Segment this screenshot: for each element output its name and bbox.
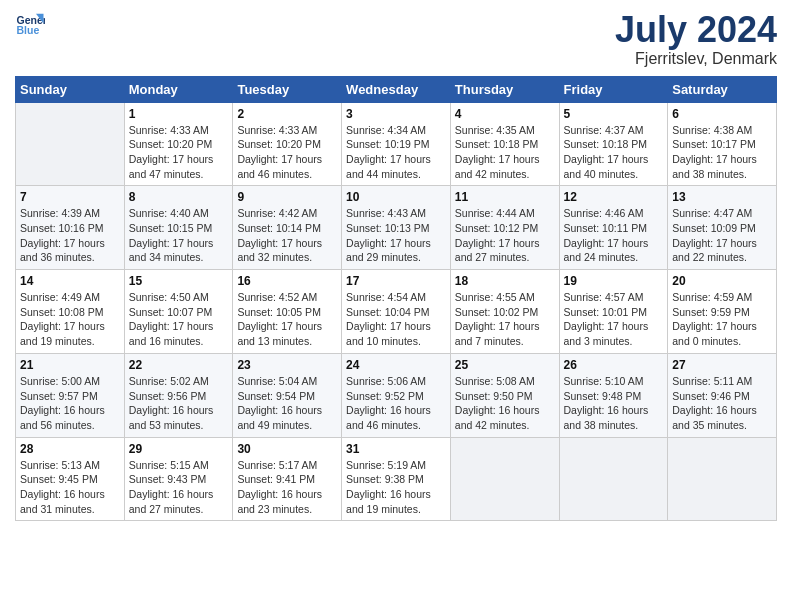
- day-cell: 11Sunrise: 4:44 AM Sunset: 10:12 PM Dayl…: [450, 186, 559, 270]
- day-cell: 8Sunrise: 4:40 AM Sunset: 10:15 PM Dayli…: [124, 186, 233, 270]
- day-number: 24: [346, 358, 446, 372]
- day-detail: Sunrise: 4:35 AM Sunset: 10:18 PM Daylig…: [455, 123, 555, 182]
- day-detail: Sunrise: 5:11 AM Sunset: 9:46 PM Dayligh…: [672, 374, 772, 433]
- day-number: 1: [129, 107, 229, 121]
- day-detail: Sunrise: 5:06 AM Sunset: 9:52 PM Dayligh…: [346, 374, 446, 433]
- day-cell: 14Sunrise: 4:49 AM Sunset: 10:08 PM Dayl…: [16, 270, 125, 354]
- day-detail: Sunrise: 5:08 AM Sunset: 9:50 PM Dayligh…: [455, 374, 555, 433]
- header-row: SundayMondayTuesdayWednesdayThursdayFrid…: [16, 76, 777, 102]
- location: Fjerritslev, Denmark: [615, 50, 777, 68]
- day-cell: 24Sunrise: 5:06 AM Sunset: 9:52 PM Dayli…: [342, 353, 451, 437]
- day-number: 6: [672, 107, 772, 121]
- col-header-sunday: Sunday: [16, 76, 125, 102]
- day-detail: Sunrise: 4:37 AM Sunset: 10:18 PM Daylig…: [564, 123, 664, 182]
- day-cell: 16Sunrise: 4:52 AM Sunset: 10:05 PM Dayl…: [233, 270, 342, 354]
- day-detail: Sunrise: 4:46 AM Sunset: 10:11 PM Daylig…: [564, 206, 664, 265]
- col-header-wednesday: Wednesday: [342, 76, 451, 102]
- day-number: 20: [672, 274, 772, 288]
- day-cell: 12Sunrise: 4:46 AM Sunset: 10:11 PM Dayl…: [559, 186, 668, 270]
- day-number: 7: [20, 190, 120, 204]
- day-cell: 26Sunrise: 5:10 AM Sunset: 9:48 PM Dayli…: [559, 353, 668, 437]
- col-header-friday: Friday: [559, 76, 668, 102]
- day-cell: 4Sunrise: 4:35 AM Sunset: 10:18 PM Dayli…: [450, 102, 559, 186]
- day-cell: 29Sunrise: 5:15 AM Sunset: 9:43 PM Dayli…: [124, 437, 233, 521]
- day-detail: Sunrise: 5:10 AM Sunset: 9:48 PM Dayligh…: [564, 374, 664, 433]
- day-number: 28: [20, 442, 120, 456]
- svg-text:Blue: Blue: [17, 24, 40, 36]
- day-number: 18: [455, 274, 555, 288]
- day-cell: [668, 437, 777, 521]
- day-number: 26: [564, 358, 664, 372]
- day-cell: 5Sunrise: 4:37 AM Sunset: 10:18 PM Dayli…: [559, 102, 668, 186]
- day-cell: 18Sunrise: 4:55 AM Sunset: 10:02 PM Dayl…: [450, 270, 559, 354]
- day-detail: Sunrise: 5:19 AM Sunset: 9:38 PM Dayligh…: [346, 458, 446, 517]
- day-detail: Sunrise: 4:49 AM Sunset: 10:08 PM Daylig…: [20, 290, 120, 349]
- day-cell: 31Sunrise: 5:19 AM Sunset: 9:38 PM Dayli…: [342, 437, 451, 521]
- day-detail: Sunrise: 4:40 AM Sunset: 10:15 PM Daylig…: [129, 206, 229, 265]
- day-number: 14: [20, 274, 120, 288]
- week-row-1: 1Sunrise: 4:33 AM Sunset: 10:20 PM Dayli…: [16, 102, 777, 186]
- day-cell: [16, 102, 125, 186]
- day-cell: 7Sunrise: 4:39 AM Sunset: 10:16 PM Dayli…: [16, 186, 125, 270]
- day-number: 2: [237, 107, 337, 121]
- day-number: 11: [455, 190, 555, 204]
- day-detail: Sunrise: 4:55 AM Sunset: 10:02 PM Daylig…: [455, 290, 555, 349]
- day-cell: 6Sunrise: 4:38 AM Sunset: 10:17 PM Dayli…: [668, 102, 777, 186]
- day-detail: Sunrise: 4:57 AM Sunset: 10:01 PM Daylig…: [564, 290, 664, 349]
- day-number: 13: [672, 190, 772, 204]
- col-header-thursday: Thursday: [450, 76, 559, 102]
- day-number: 17: [346, 274, 446, 288]
- day-number: 23: [237, 358, 337, 372]
- day-cell: 15Sunrise: 4:50 AM Sunset: 10:07 PM Dayl…: [124, 270, 233, 354]
- week-row-2: 7Sunrise: 4:39 AM Sunset: 10:16 PM Dayli…: [16, 186, 777, 270]
- day-number: 22: [129, 358, 229, 372]
- day-detail: Sunrise: 4:43 AM Sunset: 10:13 PM Daylig…: [346, 206, 446, 265]
- day-detail: Sunrise: 4:59 AM Sunset: 9:59 PM Dayligh…: [672, 290, 772, 349]
- day-number: 25: [455, 358, 555, 372]
- week-row-4: 21Sunrise: 5:00 AM Sunset: 9:57 PM Dayli…: [16, 353, 777, 437]
- week-row-5: 28Sunrise: 5:13 AM Sunset: 9:45 PM Dayli…: [16, 437, 777, 521]
- day-number: 5: [564, 107, 664, 121]
- page-header: General Blue July 2024 Fjerritslev, Denm…: [15, 10, 777, 68]
- day-cell: [450, 437, 559, 521]
- day-number: 27: [672, 358, 772, 372]
- calendar-table: SundayMondayTuesdayWednesdayThursdayFrid…: [15, 76, 777, 522]
- day-cell: 2Sunrise: 4:33 AM Sunset: 10:20 PM Dayli…: [233, 102, 342, 186]
- day-number: 4: [455, 107, 555, 121]
- day-number: 10: [346, 190, 446, 204]
- week-row-3: 14Sunrise: 4:49 AM Sunset: 10:08 PM Dayl…: [16, 270, 777, 354]
- day-cell: 30Sunrise: 5:17 AM Sunset: 9:41 PM Dayli…: [233, 437, 342, 521]
- day-detail: Sunrise: 5:15 AM Sunset: 9:43 PM Dayligh…: [129, 458, 229, 517]
- day-cell: 17Sunrise: 4:54 AM Sunset: 10:04 PM Dayl…: [342, 270, 451, 354]
- day-cell: 25Sunrise: 5:08 AM Sunset: 9:50 PM Dayli…: [450, 353, 559, 437]
- title-block: July 2024 Fjerritslev, Denmark: [615, 10, 777, 68]
- day-number: 16: [237, 274, 337, 288]
- day-number: 19: [564, 274, 664, 288]
- day-detail: Sunrise: 4:54 AM Sunset: 10:04 PM Daylig…: [346, 290, 446, 349]
- day-detail: Sunrise: 4:52 AM Sunset: 10:05 PM Daylig…: [237, 290, 337, 349]
- day-cell: 9Sunrise: 4:42 AM Sunset: 10:14 PM Dayli…: [233, 186, 342, 270]
- day-detail: Sunrise: 4:33 AM Sunset: 10:20 PM Daylig…: [129, 123, 229, 182]
- day-detail: Sunrise: 4:44 AM Sunset: 10:12 PM Daylig…: [455, 206, 555, 265]
- day-number: 12: [564, 190, 664, 204]
- day-number: 15: [129, 274, 229, 288]
- day-detail: Sunrise: 4:34 AM Sunset: 10:19 PM Daylig…: [346, 123, 446, 182]
- day-cell: 21Sunrise: 5:00 AM Sunset: 9:57 PM Dayli…: [16, 353, 125, 437]
- day-detail: Sunrise: 5:02 AM Sunset: 9:56 PM Dayligh…: [129, 374, 229, 433]
- day-detail: Sunrise: 4:47 AM Sunset: 10:09 PM Daylig…: [672, 206, 772, 265]
- day-cell: 10Sunrise: 4:43 AM Sunset: 10:13 PM Dayl…: [342, 186, 451, 270]
- day-detail: Sunrise: 5:17 AM Sunset: 9:41 PM Dayligh…: [237, 458, 337, 517]
- col-header-tuesday: Tuesday: [233, 76, 342, 102]
- col-header-saturday: Saturday: [668, 76, 777, 102]
- day-cell: 19Sunrise: 4:57 AM Sunset: 10:01 PM Dayl…: [559, 270, 668, 354]
- day-cell: 13Sunrise: 4:47 AM Sunset: 10:09 PM Dayl…: [668, 186, 777, 270]
- day-cell: 27Sunrise: 5:11 AM Sunset: 9:46 PM Dayli…: [668, 353, 777, 437]
- day-number: 21: [20, 358, 120, 372]
- day-cell: [559, 437, 668, 521]
- day-detail: Sunrise: 4:42 AM Sunset: 10:14 PM Daylig…: [237, 206, 337, 265]
- day-cell: 23Sunrise: 5:04 AM Sunset: 9:54 PM Dayli…: [233, 353, 342, 437]
- day-cell: 1Sunrise: 4:33 AM Sunset: 10:20 PM Dayli…: [124, 102, 233, 186]
- day-detail: Sunrise: 5:04 AM Sunset: 9:54 PM Dayligh…: [237, 374, 337, 433]
- day-cell: 20Sunrise: 4:59 AM Sunset: 9:59 PM Dayli…: [668, 270, 777, 354]
- day-number: 30: [237, 442, 337, 456]
